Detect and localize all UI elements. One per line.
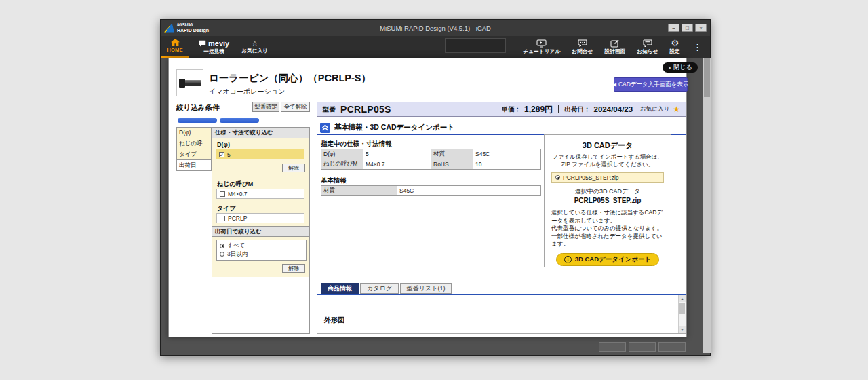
selected-cad-file: PCRLP05S_STEP.zip — [545, 197, 671, 204]
tutorial-icon — [536, 39, 547, 48]
filter-nav-type[interactable]: タイプ — [176, 149, 212, 160]
show-cad-screen-button[interactable]: ◀ CADデータ入手画面を表示 — [614, 77, 688, 92]
filter-nav-shipdate[interactable]: 出荷日 — [176, 159, 212, 171]
clear-all-button[interactable]: 全て解除 — [281, 102, 310, 112]
main-panel: 型番 PCRLP05S 単価： 1,289円 出荷日： 2024/04/23 お… — [317, 102, 686, 334]
zip-file-option[interactable]: PCRLP05S_STEP.zip — [551, 172, 664, 183]
close-window-button[interactable]: × — [695, 24, 707, 32]
filter-group-type-label: タイプ — [217, 204, 236, 213]
toolbar-item-news[interactable]: お知らせ — [637, 39, 658, 55]
progress-bar-2 — [220, 118, 259, 123]
settings-label: 設定 — [670, 48, 680, 55]
spec-header-cell: D(φ) — [321, 149, 363, 159]
app-logo: MiSUMi RAPiD Design — [164, 23, 209, 33]
toolbar-item-contact[interactable]: お問合せ — [572, 39, 593, 55]
product-info-content: 外形図 ▲ ▼ — [317, 294, 686, 334]
spec-value-cell: S45C — [473, 149, 541, 159]
ship-filter-options: すべて 3日以内 — [216, 240, 307, 261]
basic-value-cell: S45C — [397, 186, 541, 196]
contact-label: お問合せ — [572, 48, 593, 55]
cad-title: 3D CADデータ — [545, 140, 671, 151]
scroll-up-icon[interactable]: ▲ — [679, 295, 686, 302]
close-icon: × — [668, 64, 671, 71]
content-scrollbar[interactable]: ▲ ▼ — [678, 295, 686, 333]
favorite-label: お気に入り — [640, 105, 669, 113]
tab-product-info[interactable]: 商品情報 — [321, 283, 359, 294]
favorites-star-icon: ☆ — [252, 40, 258, 48]
toolbar-item-settings[interactable]: ⚙ 設定 — [670, 39, 680, 55]
filter-option-m4-label: M4×0.7 — [228, 191, 248, 197]
background-dimmed-button — [599, 342, 626, 352]
radio-selected-icon — [555, 175, 560, 180]
table-row: 材質 S45C — [321, 186, 541, 196]
spec-value-cell: M4×0.7 — [363, 159, 431, 170]
logo-text-bottom: RAPiD Design — [177, 28, 209, 33]
close-overlay-button[interactable]: × 閉じる — [663, 62, 698, 73]
filter-option-5[interactable]: ✓ 5 — [216, 149, 304, 159]
filter-option-m4[interactable]: M4×0.7 — [216, 189, 304, 199]
toolbar-item-design-screen[interactable]: 設計画面 — [604, 39, 625, 55]
product-overlay-panel: ローラーピン（同心）（PCRLP-S） イマオコーポレーション ◀ CADデータ… — [168, 58, 687, 337]
maximize-button[interactable]: □ — [682, 24, 693, 32]
filter-nav-thread[interactable]: ねじの呼… — [176, 138, 212, 149]
background-dimmed-button — [629, 342, 656, 352]
ship-filter-header: 出荷日で絞り込む — [212, 226, 309, 237]
batch-quote-label: 一括見積 — [203, 48, 224, 55]
app-background: × 閉じる ローラーピン（同心）（PCRLP-S） イマオコーポレーション ◀ … — [161, 58, 710, 355]
download-icon: ↓ — [564, 256, 572, 263]
filter-panel: 絞り込み条件 型番確定 全て解除 D(φ) ねじの呼… タイプ 出荷日 仕様・寸… — [176, 102, 310, 334]
section-title: 基本情報・3D CADデータインポート — [334, 123, 454, 132]
tab-home[interactable]: HOME — [161, 36, 189, 58]
tab-part-list[interactable]: 型番リスト(1) — [400, 283, 452, 294]
logo-text: MiSUMi RAPiD Design — [177, 23, 209, 33]
toolbar-item-tutorial[interactable]: チュートリアル — [523, 39, 560, 55]
toolbar-item-favorites[interactable]: ☆ お気に入り — [241, 36, 268, 58]
zip-file-label: PCRLP05S_STEP.zip — [563, 174, 619, 181]
ship-date-value: 2024/04/23 — [594, 105, 633, 113]
content-tabs: 商品情報 カタログ 型番リスト(1) — [321, 283, 452, 294]
cad-description: ファイル保存してインポートする場合は、ZIP ファイルを選択してください。 — [551, 153, 665, 168]
logo-text-top: MiSUMi — [177, 23, 209, 28]
filter-nav-d[interactable]: D(φ) — [176, 127, 212, 138]
collapse-chevron-icon — [320, 123, 330, 133]
part-number-value: PCRLP05S — [340, 104, 391, 115]
ship-option-all[interactable]: すべて — [220, 242, 303, 250]
table-row: ねじの呼びM M4×0.7 RoHS 10 — [321, 159, 541, 170]
minimize-button[interactable]: − — [668, 24, 679, 32]
home-label: HOME — [167, 47, 182, 53]
filter-group-thread-label: ねじの呼びM — [217, 180, 253, 189]
overflow-menu-icon[interactable]: ⋮ — [692, 42, 703, 52]
section-header[interactable]: 基本情報・3D CADデータインポート — [317, 121, 686, 135]
ship-option-3days[interactable]: 3日以内 — [220, 250, 303, 259]
logo-icon — [164, 24, 174, 33]
scroll-down-icon[interactable]: ▼ — [679, 326, 686, 333]
clear-ship-filter-button[interactable]: 解除 — [282, 264, 305, 273]
titlebar: MiSUMi RAPiD Design MiSUMi RAPiD Design … — [161, 20, 710, 36]
settings-gear-icon: ⚙ — [671, 39, 679, 48]
main-toolbar: HOME meviy 一括見積 ☆ お気に入り — [161, 36, 710, 58]
tab-catalog[interactable]: カタログ — [360, 283, 399, 294]
favorite-star-icon[interactable]: ★ — [673, 104, 680, 114]
cad-note-3: 一部仕様が省略されたデータを提供しています。 — [551, 233, 664, 248]
background-scrollbar[interactable] — [703, 58, 711, 353]
filter-option-pcrlp[interactable]: PCRLP — [216, 213, 304, 223]
toolbar-item-meviy[interactable]: meviy 一括見積 — [199, 36, 229, 58]
background-dimmed-button — [658, 342, 686, 352]
product-title: ローラーピン（同心）（PCRLP-S） — [209, 72, 371, 85]
confirm-part-number-button[interactable]: 型番確定 — [252, 102, 279, 112]
scrollbar-thumb[interactable] — [679, 303, 685, 314]
background-scrollbar-thumb[interactable] — [704, 58, 710, 97]
cad-note-1: 選択している仕様・寸法に該当するCADデータを表示しています。 — [551, 209, 664, 225]
part-number-label: 型番 — [323, 105, 336, 114]
checkbox-empty-icon — [220, 191, 225, 197]
spec-header-cell: 材質 — [431, 149, 473, 159]
design-screen-icon — [610, 39, 619, 48]
spec-value-cell: 5 — [363, 149, 431, 159]
cad-import-label: 3D CADデータインポート — [575, 255, 652, 264]
desktop-background: MiSUMi RAPiD Design MiSUMi RAPiD Design … — [0, 0, 868, 380]
clear-d-filter-button[interactable]: 解除 — [282, 164, 305, 172]
progress-bar-1 — [178, 118, 217, 123]
cad-import-button[interactable]: ↓ 3D CADデータインポート — [556, 253, 659, 266]
ship-option-3days-label: 3日以内 — [227, 250, 248, 259]
ship-option-all-label: すべて — [227, 242, 245, 250]
